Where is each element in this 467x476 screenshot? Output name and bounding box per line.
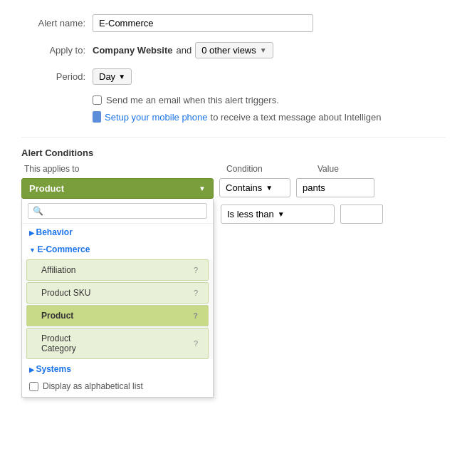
condition-header: Condition xyxy=(226,164,312,174)
dropdown-panel: Behavior E-Commerce Affiliation ? Produc… xyxy=(21,199,214,398)
chevron-down-icon: ▼ xyxy=(278,210,285,218)
help-icon: ? xyxy=(193,311,198,320)
dropdown-list: Behavior E-Commerce Affiliation ? Produc… xyxy=(22,224,213,397)
mobile-description-text: to receive a text message about Intellig… xyxy=(211,112,382,123)
display-alpha-row: Display as alphabetical list xyxy=(22,378,213,397)
item-label: Product xyxy=(41,311,73,321)
is-less-than-select[interactable]: Is less than ▼ xyxy=(221,205,335,224)
condition-value: Contains xyxy=(226,182,262,193)
email-label-text: Send me an email when this alert trigger… xyxy=(106,95,279,105)
chevron-down-icon: ▼ xyxy=(266,184,273,192)
period-select[interactable]: Day ▼ xyxy=(93,68,132,85)
condition-select[interactable]: Contains ▼ xyxy=(219,178,290,197)
product-dropdown-label: Product xyxy=(29,183,64,194)
mobile-icon xyxy=(93,111,101,123)
dropdown-search-input[interactable] xyxy=(28,203,207,219)
is-less-than-label: Is less than xyxy=(227,209,274,219)
value-header: Value xyxy=(318,164,339,174)
display-alpha-label: Display as alphabetical list xyxy=(43,381,143,391)
apply-to-site: Company Website xyxy=(93,45,172,56)
chevron-down-icon: ▼ xyxy=(118,73,125,81)
applies-to-header: This applies to xyxy=(21,164,221,174)
product-dropdown-button[interactable]: Product ▼ xyxy=(21,178,214,199)
other-views-button[interactable]: 0 other views ▼ xyxy=(195,42,273,58)
behavior-group-header[interactable]: Behavior xyxy=(22,224,213,241)
email-checkbox-label: Send me an email when this alert trigger… xyxy=(93,95,279,105)
list-item[interactable]: Product SKU ? xyxy=(26,282,209,304)
period-label: Period: xyxy=(21,71,85,82)
chevron-down-icon: ▼ xyxy=(199,185,206,192)
second-value-input[interactable] xyxy=(340,205,383,224)
email-checkbox[interactable] xyxy=(93,95,102,105)
dropdown-search-box[interactable] xyxy=(22,199,213,224)
alert-conditions-title: Alert Conditions xyxy=(21,148,446,158)
ecommerce-group-header[interactable]: E-Commerce xyxy=(22,241,213,258)
item-label: ProductCategory xyxy=(41,333,76,353)
item-label: Affiliation xyxy=(41,265,75,275)
ecommerce-group-items: Affiliation ? Product SKU ? Product ? xyxy=(22,259,213,359)
apply-to-and: and xyxy=(176,45,191,56)
alert-name-input[interactable] xyxy=(93,14,313,32)
mobile-phone-link[interactable]: Setup your mobile phone xyxy=(105,112,208,123)
help-icon: ? xyxy=(194,339,198,348)
list-item[interactable]: Affiliation ? xyxy=(26,259,209,281)
help-icon: ? xyxy=(194,289,198,297)
product-dropdown[interactable]: Product ▼ Behavior E-Commerce xyxy=(21,178,214,199)
list-item[interactable]: ProductCategory ? xyxy=(26,328,209,359)
apply-to-label: Apply to: xyxy=(21,45,85,56)
item-label: Product SKU xyxy=(41,288,90,298)
list-item-product[interactable]: Product ? xyxy=(26,305,209,326)
period-value: Day xyxy=(99,71,115,82)
display-alpha-checkbox[interactable] xyxy=(29,382,38,391)
other-views-label: 0 other views xyxy=(201,45,256,56)
alert-name-label: Alert name: xyxy=(21,18,85,29)
help-icon: ? xyxy=(194,266,198,274)
systems-group-header[interactable]: Systems xyxy=(22,361,213,378)
value-input[interactable] xyxy=(296,178,374,197)
chevron-down-icon: ▼ xyxy=(260,46,267,54)
